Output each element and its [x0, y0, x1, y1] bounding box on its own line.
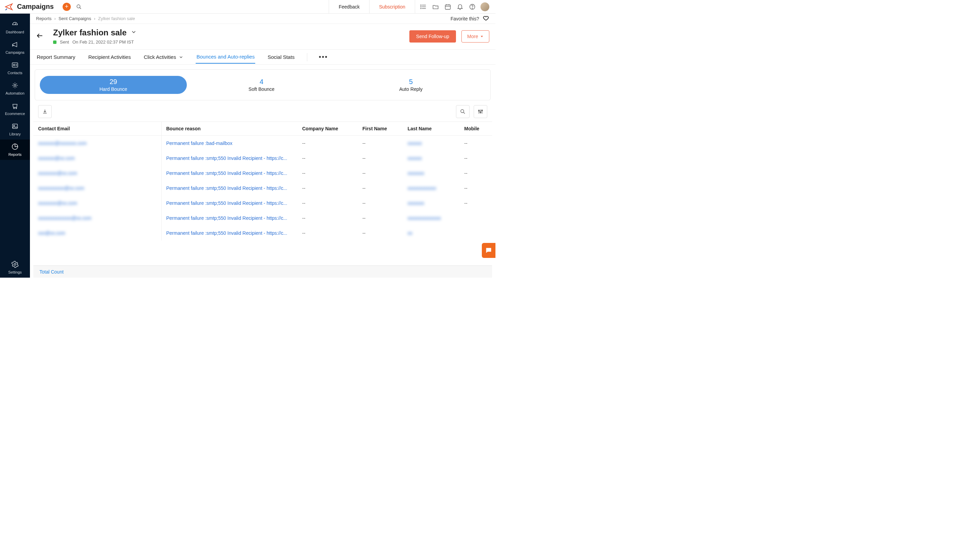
feedback-link[interactable]: Feedback — [329, 0, 369, 13]
th-company[interactable]: Company Name — [297, 122, 358, 136]
sidebar-item-label: Automation — [5, 91, 25, 95]
favorite-icon[interactable] — [483, 15, 489, 23]
svg-point-17 — [14, 84, 16, 87]
tab-separator — [307, 53, 307, 61]
table-row[interactable]: xxxxxxxxxxx@xx.com Permanent failure :sm… — [33, 181, 492, 195]
breadcrumb-root[interactable]: Reports — [36, 16, 52, 21]
sidebar-item-library[interactable]: Library — [0, 119, 30, 140]
th-mobile[interactable]: Mobile — [460, 122, 492, 136]
sidebar-item-dashboard[interactable]: Dashboard — [0, 17, 30, 38]
table-row[interactable]: xxxxxxxxxxxxxx@xx.com Permanent failure … — [33, 211, 492, 226]
cell-email[interactable]: xxxxxxxx@xx.com — [33, 166, 161, 181]
cell-reason[interactable]: Permanent failure :bad-mailbox — [161, 136, 297, 151]
tab-report-summary[interactable]: Report Summary — [36, 51, 76, 63]
avatar[interactable] — [481, 2, 489, 11]
cell-email[interactable]: xxxxxxx@xxxxxxx.com — [33, 136, 161, 151]
page-header: Zylker fashion sale Sent On Feb 21, 2022… — [30, 24, 496, 50]
tab-recipient-activities[interactable]: Recipient Activities — [87, 51, 131, 63]
tab-social-stats[interactable]: Social Stats — [267, 51, 295, 63]
cell-reason[interactable]: Permanent failure :smtp;550 Invalid Reci… — [161, 195, 297, 211]
sidebar-item-automation[interactable]: Automation — [0, 78, 30, 98]
sidebar-item-contacts[interactable]: Contacts — [0, 58, 30, 78]
cell-first: -- — [358, 195, 403, 211]
cell-email[interactable]: xxx@xx.com — [33, 226, 161, 241]
table-row[interactable]: xxxxxxxx@xx.com Permanent failure :smtp;… — [33, 166, 492, 181]
subscription-link[interactable]: Subscription — [369, 0, 415, 13]
cell-first: -- — [358, 226, 403, 241]
total-count-link[interactable]: Total Count — [39, 269, 64, 274]
bounce-table: Contact Email Bounce reason Company Name… — [33, 121, 492, 265]
cell-first: -- — [358, 166, 403, 181]
download-button[interactable] — [38, 105, 52, 118]
th-email[interactable]: Contact Email — [33, 122, 161, 136]
filter-button[interactable] — [474, 105, 487, 118]
status-dot-icon — [53, 41, 56, 44]
table-search-button[interactable] — [456, 105, 469, 118]
bell-icon[interactable] — [455, 2, 466, 12]
chevron-right-icon: › — [94, 16, 95, 21]
tabs: Report Summary Recipient Activities Clic… — [30, 50, 496, 65]
send-followup-button[interactable]: Send Follow-up — [409, 30, 456, 43]
table-row[interactable]: xxxxxxx@xxxxxxx.com Permanent failure :b… — [33, 136, 492, 151]
pill-hard-bounce[interactable]: 29Hard Bounce — [40, 76, 187, 94]
cell-reason[interactable]: Permanent failure :smtp;550 Invalid Reci… — [161, 211, 297, 226]
pill-soft-bounce[interactable]: 4Soft Bounce — [187, 76, 336, 94]
cell-mobile: -- — [460, 166, 492, 181]
cell-reason[interactable]: Permanent failure :smtp;550 Invalid Reci… — [161, 226, 297, 241]
tab-click-activities[interactable]: Click Activities — [143, 51, 184, 63]
breadcrumb: Reports › Sent Campaigns › Zylker fashio… — [30, 14, 496, 24]
breadcrumb-mid[interactable]: Sent Campaigns — [59, 16, 91, 21]
cell-email[interactable]: xxxxxxxx@xx.com — [33, 195, 161, 211]
create-button[interactable]: + — [62, 3, 71, 11]
sidebar-item-label: Library — [9, 132, 21, 136]
topbar: Campaigns + Feedback Subscription — [0, 0, 496, 14]
sidebar-item-settings[interactable]: Settings — [0, 257, 30, 277]
help-icon[interactable] — [467, 2, 478, 12]
back-arrow-icon[interactable] — [36, 32, 44, 41]
cell-company: -- — [297, 195, 358, 211]
chevron-right-icon: › — [54, 16, 56, 21]
folder-icon[interactable] — [430, 2, 441, 12]
more-button[interactable]: More — [461, 30, 489, 43]
cell-reason[interactable]: Permanent failure :smtp;550 Invalid Reci… — [161, 151, 297, 166]
cell-company: -- — [297, 226, 358, 241]
table-row[interactable]: xxxxxxxx@xx.com Permanent failure :smtp;… — [33, 195, 492, 211]
svg-rect-8 — [445, 5, 451, 9]
cell-last: xxxxxx — [403, 151, 460, 166]
logo[interactable]: Campaigns — [5, 2, 54, 11]
pill-count: 29 — [110, 78, 117, 86]
sidebar-item-reports[interactable]: Reports — [0, 140, 30, 160]
svg-marker-25 — [481, 36, 483, 37]
cell-reason[interactable]: Permanent failure :smtp;550 Invalid Reci… — [161, 181, 297, 195]
table-row[interactable]: xxxxxxx@xx.com Permanent failure :smtp;5… — [33, 151, 492, 166]
svg-point-5 — [420, 5, 421, 5]
main: Reports › Sent Campaigns › Zylker fashio… — [30, 14, 496, 277]
tabs-more-icon[interactable]: ••• — [319, 53, 328, 61]
sent-time: On Feb 21, 2022 02:37 PM IST — [72, 39, 134, 44]
sidebar-item-ecommerce[interactable]: Ecommerce — [0, 98, 30, 119]
chat-fab[interactable] — [482, 243, 496, 258]
list-icon[interactable] — [418, 2, 429, 12]
pill-auto-reply[interactable]: 5Auto Reply — [336, 76, 486, 94]
svg-point-13 — [472, 8, 472, 8]
th-last[interactable]: Last Name — [403, 122, 460, 136]
tab-bounces[interactable]: Bounces and Auto-replies — [196, 50, 255, 64]
favorite-label: Favorite this? — [451, 16, 479, 21]
table-row[interactable]: xxx@xx.com Permanent failure :smtp;550 I… — [33, 226, 492, 241]
sidebar: Dashboard Campaigns Contacts Automation … — [0, 14, 30, 277]
cell-email[interactable]: xxxxxxxxxxx@xx.com — [33, 181, 161, 195]
search-top-icon[interactable] — [73, 4, 85, 10]
sidebar-item-label: Reports — [8, 153, 22, 156]
cell-reason[interactable]: Permanent failure :smtp;550 Invalid Reci… — [161, 166, 297, 181]
svg-point-23 — [14, 263, 16, 265]
calendar-icon[interactable] — [442, 2, 453, 12]
cell-first: -- — [358, 136, 403, 151]
th-reason[interactable]: Bounce reason — [161, 122, 297, 136]
cell-email[interactable]: xxxxxxx@xx.com — [33, 151, 161, 166]
chevron-down-icon[interactable] — [131, 29, 137, 36]
th-first[interactable]: First Name — [358, 122, 403, 136]
cell-first: -- — [358, 151, 403, 166]
cell-last: xxxxxx — [403, 136, 460, 151]
cell-email[interactable]: xxxxxxxxxxxxxx@xx.com — [33, 211, 161, 226]
sidebar-item-campaigns[interactable]: Campaigns — [0, 38, 30, 58]
